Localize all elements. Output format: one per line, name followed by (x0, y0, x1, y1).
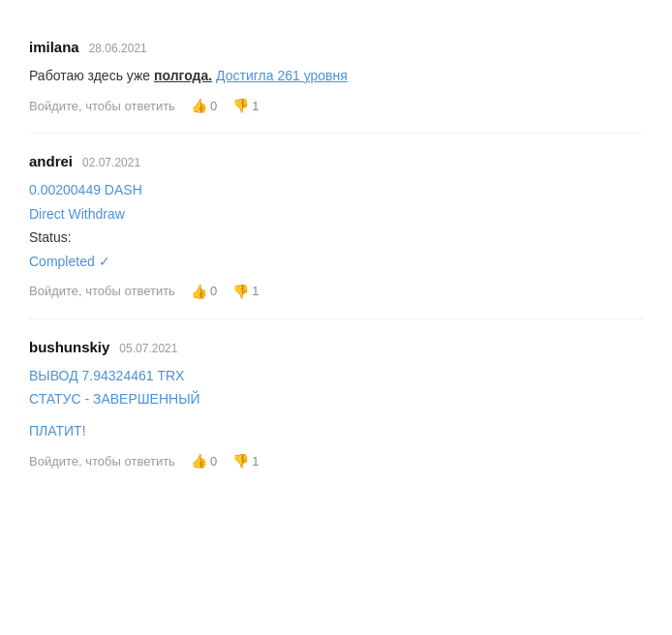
like-count: 0 (210, 284, 217, 298)
dislike-count: 1 (252, 284, 259, 298)
dislike-count: 1 (252, 99, 259, 113)
dislike-button[interactable]: 👎1 (232, 284, 259, 299)
comment-text-line: ВЫВОД 7.94324461 TRX (29, 365, 643, 386)
comment-text-line: СТАТУС - ЗАВЕРШЕННЫЙ (29, 388, 643, 409)
like-button[interactable]: 👍0 (191, 453, 217, 469)
comment-body: Работаю здесь уже полгода. Достигла 261 … (29, 65, 643, 86)
dislike-button[interactable]: 👎1 (232, 453, 259, 469)
like-button[interactable]: 👍0 (191, 98, 217, 113)
comment-text-line: Status: (29, 227, 643, 248)
comment-author: andrei (29, 153, 73, 169)
comment-item: imilana28.06.2021Работаю здесь уже полго… (29, 19, 643, 134)
like-count: 0 (210, 454, 217, 469)
dislike-button[interactable]: 👎1 (232, 98, 259, 113)
like-icon: 👍 (191, 284, 207, 299)
comment-author: bushunskiy (29, 339, 109, 355)
comments-list: imilana28.06.2021Работаю здесь уже полго… (29, 19, 643, 488)
comment-text-line: Completed ✓ (29, 251, 643, 272)
comment-header: bushunskiy05.07.2021 (29, 339, 643, 355)
like-button[interactable]: 👍0 (191, 284, 217, 299)
dislike-icon: 👎 (232, 284, 249, 299)
comment-body: 0.00200449 DASHDirect WithdrawStatus:Com… (29, 179, 643, 272)
like-icon: 👍 (191, 453, 207, 469)
comment-author: imilana (29, 39, 79, 55)
comment-date: 28.06.2021 (89, 42, 147, 55)
like-count: 0 (210, 99, 217, 113)
comment-header: andrei02.07.2021 (29, 153, 643, 169)
comment-footer: Войдите, чтобы ответить👍0👎1 (29, 453, 643, 469)
comment-item: bushunskiy05.07.2021ВЫВОД 7.94324461 TRX… (29, 319, 643, 488)
comment-item: andrei02.07.20210.00200449 DASHDirect Wi… (29, 134, 643, 319)
dislike-icon: 👎 (232, 98, 249, 113)
reply-link[interactable]: Войдите, чтобы ответить (29, 454, 175, 469)
dislike-icon: 👎 (232, 453, 249, 469)
reply-link[interactable]: Войдите, чтобы ответить (29, 99, 175, 113)
reply-link[interactable]: Войдите, чтобы ответить (29, 284, 175, 298)
like-icon: 👍 (191, 98, 207, 113)
comment-footer: Войдите, чтобы ответить👍0👎1 (29, 98, 643, 113)
comment-text-line: 0.00200449 DASH (29, 179, 643, 200)
comment-text-line: Direct Withdraw (29, 203, 643, 225)
dislike-count: 1 (252, 454, 259, 469)
comment-date: 05.07.2021 (119, 342, 177, 355)
comment-body: ВЫВОД 7.94324461 TRXСТАТУС - ЗАВЕРШЕННЫЙ… (29, 365, 643, 441)
comment-date: 02.07.2021 (82, 156, 140, 169)
comment-footer: Войдите, чтобы ответить👍0👎1 (29, 284, 643, 299)
comment-header: imilana28.06.2021 (29, 39, 643, 55)
comment-text-line: ПЛАТИТ! (29, 420, 643, 441)
comment-text-line: Работаю здесь уже полгода. Достигла 261 … (29, 65, 643, 86)
